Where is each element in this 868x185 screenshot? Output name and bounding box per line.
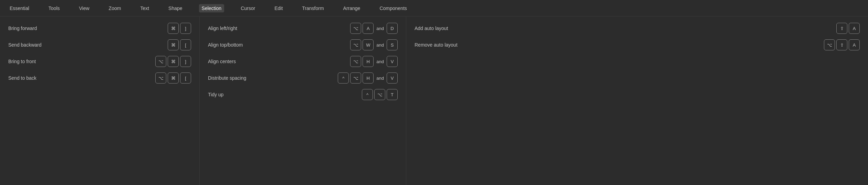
nav-item-text[interactable]: Text [137, 4, 152, 12]
send-backward-label: Send backward [8, 42, 63, 48]
key-shift: ⇧ [836, 39, 847, 50]
align-centers-row: Align centers ⌥ H and V [208, 55, 398, 68]
align-lr-label: Align left/right [208, 26, 263, 31]
and-text-1: and [375, 26, 385, 31]
remove-auto-layout-keys: ⌥ ⇧ A [824, 39, 860, 50]
align-tb-row: Align top/bottom ⌥ W and S [208, 39, 398, 51]
key-alt: ⌥ [374, 89, 385, 100]
key-cmd: ⌘ [168, 56, 179, 67]
align-tb-label: Align top/bottom [208, 42, 263, 48]
nav-item-components[interactable]: Components [377, 4, 409, 12]
key-alt: ⌥ [350, 39, 361, 50]
bring-to-front-label: Bring to front [8, 59, 63, 64]
and-text-4: and [375, 76, 385, 81]
arrange-section: Bring forward ⌘ ] Send backward ⌘ [ Brin… [0, 17, 200, 185]
key-s: S [387, 39, 398, 50]
add-auto-layout-row: Add auto layout ⇧ A [415, 22, 860, 35]
key-a: A [849, 23, 860, 34]
key-a: A [849, 39, 860, 50]
nav-item-arrange[interactable]: Arrange [341, 4, 363, 12]
nav-item-shape[interactable]: Shape [166, 4, 185, 12]
tidy-up-label: Tidy up [208, 92, 263, 97]
distribute-spacing-row: Distribute spacing ^ ⌥ H and V [208, 72, 398, 84]
distribute-spacing-label: Distribute spacing [208, 75, 263, 81]
bring-to-front-row: Bring to front ⌥ ⌘ ] [8, 55, 191, 68]
nav-item-transform[interactable]: Transform [299, 4, 326, 12]
align-centers-label: Align centers [208, 59, 263, 64]
align-lr-keys: ⌥ A and D [350, 23, 398, 34]
key-ctrl: ^ [362, 89, 373, 100]
tidy-up-row: Tidy up ^ ⌥ T [208, 88, 398, 101]
key-shift: ⇧ [836, 23, 847, 34]
nav-item-tools[interactable]: Tools [46, 4, 63, 12]
key-ctrl: ^ [338, 72, 349, 84]
key-w: W [363, 39, 374, 50]
remove-auto-layout-row: Remove auto layout ⌥ ⇧ A [415, 39, 860, 51]
key-cmd: ⌘ [168, 23, 179, 34]
key-bracket-right: ] [180, 56, 191, 67]
key-t: T [387, 89, 398, 100]
key-cmd: ⌘ [168, 39, 179, 50]
key-alt: ⌥ [155, 72, 166, 84]
send-to-back-keys: ⌥ ⌘ [ [155, 72, 191, 84]
align-centers-keys: ⌥ H and V [350, 56, 398, 67]
nav-item-zoom[interactable]: Zoom [106, 4, 124, 12]
add-auto-layout-keys: ⇧ A [836, 23, 860, 34]
send-to-back-label: Send to back [8, 75, 63, 81]
align-tb-keys: ⌥ W and S [350, 39, 398, 50]
send-to-back-row: Send to back ⌥ ⌘ [ [8, 72, 191, 84]
send-backward-row: Send backward ⌘ [ [8, 39, 191, 51]
send-backward-keys: ⌘ [ [168, 39, 191, 50]
and-text-2: and [375, 42, 385, 48]
key-alt: ⌥ [350, 72, 361, 84]
key-cmd: ⌘ [168, 72, 179, 84]
nav-item-essential[interactable]: Essential [7, 4, 32, 12]
auto-layout-section: Add auto layout ⇧ A Remove auto layout ⌥… [406, 17, 868, 185]
tidy-up-keys: ^ ⌥ T [362, 89, 398, 100]
key-alt: ⌥ [350, 23, 361, 34]
add-auto-layout-label: Add auto layout [415, 26, 470, 31]
key-v: V [387, 72, 398, 84]
distribute-spacing-keys: ^ ⌥ H and V [338, 72, 398, 84]
nav-item-cursor[interactable]: Cursor [238, 4, 258, 12]
selection-section: Align left/right ⌥ A and D Align top/bot… [200, 17, 406, 185]
key-alt: ⌥ [155, 56, 166, 67]
key-h: H [363, 56, 374, 67]
bring-forward-row: Bring forward ⌘ ] [8, 22, 191, 35]
key-v: V [387, 56, 398, 67]
remove-auto-layout-label: Remove auto layout [415, 42, 470, 48]
top-navigation: Essential Tools View Zoom Text Shape Sel… [0, 0, 868, 17]
key-d: D [387, 23, 398, 34]
key-alt: ⌥ [824, 39, 835, 50]
content-area: Bring forward ⌘ ] Send backward ⌘ [ Brin… [0, 17, 868, 185]
key-h: H [363, 72, 374, 84]
nav-item-selection[interactable]: Selection [199, 4, 224, 12]
bring-to-front-keys: ⌥ ⌘ ] [155, 56, 191, 67]
nav-item-edit[interactable]: Edit [272, 4, 285, 12]
key-a: A [363, 23, 374, 34]
key-bracket-left: [ [180, 72, 191, 84]
key-alt: ⌥ [350, 56, 361, 67]
key-bracket-left: [ [180, 39, 191, 50]
bring-forward-keys: ⌘ ] [168, 23, 191, 34]
key-bracket-right: ] [180, 23, 191, 34]
nav-item-view[interactable]: View [76, 4, 92, 12]
and-text-3: and [375, 59, 385, 64]
align-lr-row: Align left/right ⌥ A and D [208, 22, 398, 35]
bring-forward-label: Bring forward [8, 26, 63, 31]
